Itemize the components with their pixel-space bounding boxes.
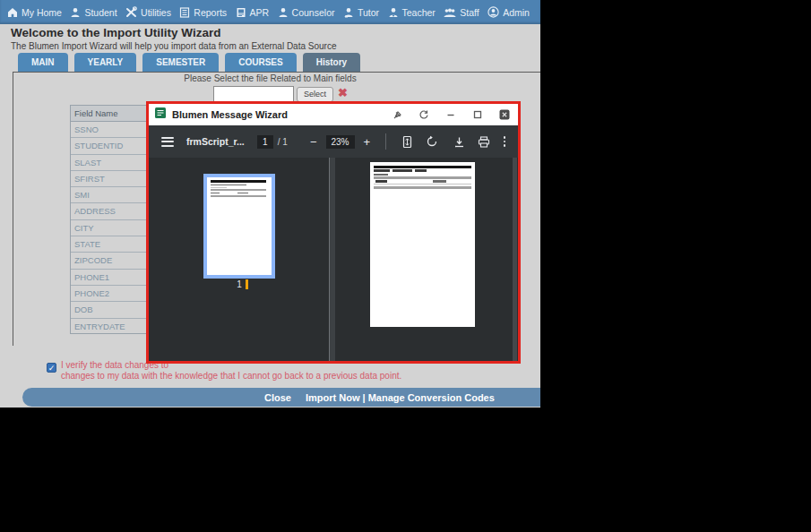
table-row[interactable]: SLAST [71, 155, 146, 171]
tutor-icon [343, 7, 354, 18]
utilities-icon [125, 6, 137, 18]
document-page [370, 162, 475, 327]
reports-icon [179, 7, 190, 18]
nav-item-admin[interactable]: Admin [487, 6, 530, 18]
table-row[interactable]: STATE [71, 236, 146, 253]
table-row[interactable]: ADDRESS [71, 203, 146, 219]
app-window: My Home Student Utilities Reports APR Co… [0, 0, 540, 408]
page-title: Welcome to the Import Utility Wizard [11, 26, 220, 39]
nav-label: My Home [22, 7, 62, 18]
staff-icon [444, 7, 456, 18]
table-row[interactable]: ENTRYDATE [71, 319, 146, 334]
rotate-icon[interactable] [426, 135, 438, 148]
clear-file-icon[interactable]: ✖ [338, 86, 348, 99]
zoom-level-label: 23% [326, 135, 355, 149]
page-thumbnail[interactable] [203, 174, 275, 279]
nav-label: Reports [194, 7, 227, 18]
import-now-button[interactable]: Import Now | Manage Conversion Codes [306, 392, 495, 403]
table-row[interactable]: SSNO [71, 122, 146, 138]
screen: My Home Student Utilities Reports APR Co… [0, 0, 811, 532]
pin-icon[interactable] [389, 107, 405, 122]
page-subtitle: The Blumen Import Wizard will help you i… [11, 41, 337, 51]
dialog-app-icon [154, 107, 167, 123]
thumbnail-page-number: 1 [203, 279, 275, 289]
nav-item-apr[interactable]: APR [236, 7, 270, 18]
field-name-table: Field Name SSNO STUDENTID SLAST SFIRST S… [70, 105, 147, 334]
verify-line2: changes to my data with the knowledge th… [61, 371, 437, 382]
pane-divider [329, 158, 330, 361]
zoom-in-button[interactable]: + [358, 135, 377, 149]
admin-icon [487, 6, 499, 18]
table-row[interactable]: DOB [71, 302, 146, 318]
more-options-icon[interactable] [504, 136, 506, 147]
nav-item-teacher[interactable]: Teacher [388, 7, 436, 18]
dialog-title: Blumen Message Wizard [172, 109, 378, 120]
minimize-icon[interactable] [443, 107, 459, 122]
table-row[interactable]: PHONE2 [71, 286, 146, 302]
field-table-header: Field Name [71, 106, 146, 122]
nav-item-staff[interactable]: Staff [444, 7, 479, 18]
student-icon [70, 7, 81, 18]
counselor-icon [278, 7, 289, 18]
nav-item-my-home[interactable]: My Home [7, 7, 62, 18]
tab-history[interactable]: History [303, 53, 360, 72]
nav-item-student[interactable]: Student [70, 7, 116, 18]
thumbnail-pane-scrollbar[interactable] [330, 158, 335, 361]
tab-yearly[interactable]: YEARLY [74, 53, 137, 72]
tab-courses[interactable]: COURSES [225, 53, 296, 72]
file-path-input[interactable] [213, 86, 294, 102]
top-nav: My Home Student Utilities Reports APR Co… [0, 0, 540, 24]
table-row[interactable]: SFIRST [71, 171, 146, 187]
nav-label: Counselor [292, 7, 335, 18]
nav-item-tutor[interactable]: Tutor [343, 7, 379, 18]
pdf-toolbar: frmScript_r... 1 / 1 − 23% + [149, 125, 518, 158]
table-row[interactable]: ZIPCODE [71, 253, 146, 269]
fit-to-page-icon[interactable] [401, 135, 413, 149]
file-select-prompt: Please Select the file Related to Main f… [0, 73, 540, 83]
tab-main[interactable]: MAIN [18, 53, 68, 72]
nav-label: Tutor [358, 7, 379, 18]
refresh-icon[interactable] [416, 107, 432, 122]
nav-label: Utilities [141, 7, 171, 18]
page-count-label: / 1 [278, 137, 288, 147]
pdf-filename: frmScript_r... [186, 136, 245, 147]
nav-label: Staff [460, 7, 479, 18]
nav-label: Student [84, 7, 116, 18]
apr-icon [236, 7, 246, 18]
download-icon[interactable] [453, 136, 465, 148]
nav-label: Teacher [402, 7, 436, 18]
footer-action-bar: Close Import Now | Manage Conversion Cod… [22, 388, 540, 407]
menu-icon[interactable] [161, 137, 174, 147]
table-row[interactable]: PHONE1 [71, 270, 146, 286]
thumbnail-caret [246, 279, 248, 289]
table-row[interactable]: SMI [71, 187, 146, 203]
dialog-titlebar: Blumen Message Wizard [149, 104, 518, 125]
select-file-button[interactable]: Select [297, 87, 333, 102]
close-icon[interactable] [496, 107, 513, 122]
print-icon[interactable] [478, 136, 490, 148]
verify-checkbox[interactable]: ✓ [47, 363, 56, 373]
zoom-out-button[interactable]: − [304, 135, 324, 149]
tab-semester[interactable]: SEMESTER [142, 53, 219, 72]
nav-item-counselor[interactable]: Counselor [278, 7, 335, 18]
page-number-input[interactable]: 1 [257, 135, 273, 149]
table-row[interactable]: CITY [71, 220, 146, 236]
blumen-message-wizard-dialog: Blumen Message Wizard frmScript_r... 1 /… [146, 101, 521, 364]
nav-label: Admin [503, 7, 530, 18]
maximize-icon[interactable] [470, 107, 486, 122]
wizard-tabs: MAIN YEARLY SEMESTER COURSES History [18, 53, 360, 72]
toolbar-divider [385, 133, 386, 150]
pdf-viewer: 1 [149, 158, 518, 361]
table-row[interactable]: STUDENTID [71, 138, 146, 154]
nav-item-reports[interactable]: Reports [179, 7, 227, 18]
home-icon [7, 7, 18, 18]
close-button[interactable]: Close [264, 392, 291, 403]
document-scrollbar[interactable] [513, 158, 517, 361]
nav-item-utilities[interactable]: Utilities [125, 6, 171, 18]
teacher-icon [388, 7, 399, 18]
nav-label: APR [250, 7, 270, 18]
